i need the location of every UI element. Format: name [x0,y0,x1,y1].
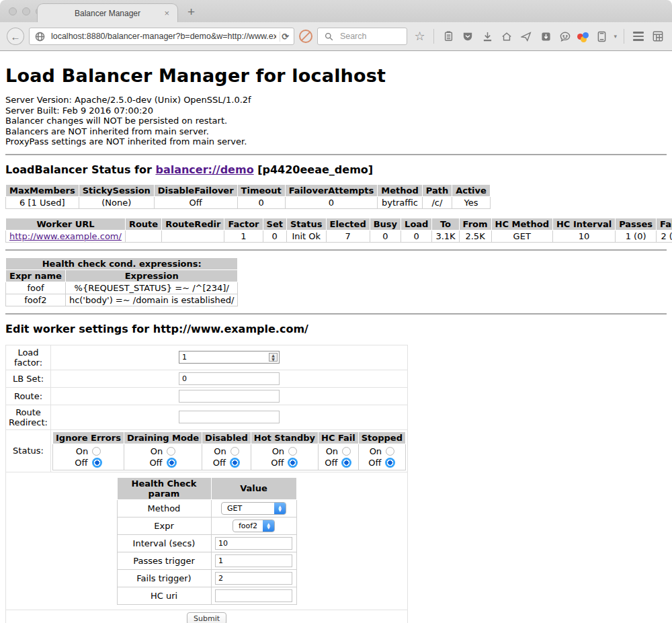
cell-hc-method: GET [491,230,552,242]
url-text[interactable]: localhost:8880/balancer-manager?b=demo&w… [51,32,276,41]
device-sync-icon[interactable] [594,29,609,44]
cell-from: 2.5K [459,230,491,242]
tab-close-icon[interactable]: × [164,8,169,18]
bookmark-star-icon[interactable]: ☆ [412,29,427,44]
radio-stopped-off[interactable] [385,458,395,468]
content-block-icon[interactable] [299,30,312,43]
worker-url-link[interactable]: http://www.example.com/ [9,231,122,241]
download-box-icon[interactable] [538,29,553,44]
route-input[interactable] [179,390,280,403]
table-row: foof %{REQUEST_STATUS} =~ /^[234]/ [6,282,238,294]
table-header-row: MaxMembers StickySession DisableFailover… [6,184,491,196]
col-method: Method [378,184,422,196]
downloads-icon[interactable] [480,29,495,44]
fails-input[interactable] [215,572,292,585]
pocket-icon[interactable] [460,29,475,44]
form-row-route: Route: [6,387,408,405]
clipboard-icon[interactable] [441,29,456,44]
submit-button[interactable]: Submit [187,612,226,623]
radio-hc-fail-off[interactable] [341,458,351,468]
health-check-param-table: Health Check param Value Method GET ▲▼ [117,477,297,605]
col-ignore-errors: Ignore Errors [53,431,124,444]
passes-input[interactable] [215,554,292,567]
hc-passes-row: Passes trigger [117,552,296,569]
window-minimize-button[interactable] [22,7,30,15]
hc-expressions-table: Health check cond. expressions: Expr nam… [5,257,238,306]
cell-status: Init Ok [286,230,326,242]
col-set: Set [263,218,286,230]
hc-uri-row: HC uri [117,587,296,604]
expr-select[interactable]: foof2 ▲▼ [233,520,275,532]
status-table: Ignore Errors Draining Mode Disabled Hot… [52,431,406,470]
on-label: On [272,446,284,457]
table-header-row: Expr name Expression [6,269,238,282]
apps-grid-icon[interactable] [650,29,665,44]
lb-set-input[interactable] [179,372,280,385]
col-busy: Busy [370,218,401,230]
radio-draining-mode-on[interactable] [167,447,175,456]
radio-hot-standby-off[interactable] [288,458,298,468]
load-factor-stepper[interactable]: ▲▼ [179,351,280,364]
col-route: Route [125,218,161,230]
col-hc-method: HC Method [491,218,552,230]
toolbar-separator [433,29,434,44]
cell-factor: 1 [224,230,263,242]
radio-hc-fail-on[interactable] [342,447,351,456]
cell-expr-name: foof2 [6,294,66,306]
status-label: Status: [6,429,51,472]
tab-bar: Balancer Manager × + [0,0,672,22]
col-expression: Expression [65,269,238,282]
off-label: Off [149,457,162,468]
radio-stopped-on[interactable] [386,447,394,456]
chat-smiley-icon[interactable] [558,29,573,44]
stepper-arrows-icon[interactable]: ▲▼ [269,353,278,362]
interval-input[interactable] [215,537,292,550]
lb-set-label: LB Set: [6,370,51,387]
radio-disabled-on[interactable] [230,447,239,456]
cell-failoverattempts: 0 [285,196,378,208]
lb-status-heading-suffix: [p4420eeae_demo] [254,163,374,176]
load-factor-input[interactable] [179,351,280,364]
status-header-row: Ignore Errors Draining Mode Disabled Hot… [53,431,406,444]
persist-warning-line: Balancer changes will NOT be persisted o… [5,116,667,126]
method-select[interactable]: GET ▲▼ [221,502,286,515]
on-label: On [214,446,226,457]
tab-balancer-manager[interactable]: Balancer Manager × [37,3,178,22]
proxypass-warning-line: ProxyPass settings are NOT inherited fro… [5,136,667,147]
tab-title: Balancer Manager [75,9,140,18]
col-stickysession: StickySession [79,184,154,196]
col-hot-standby: Hot Standby [251,431,318,444]
balancer-demo-link[interactable]: balancer://demo [155,163,253,176]
col-from: From [459,218,491,230]
search-placeholder[interactable]: Search [340,32,367,41]
chevron-down-icon[interactable]: ▾ [614,33,617,40]
reload-icon[interactable]: ⟳ [280,32,290,42]
col-load: Load [401,218,432,230]
home-icon[interactable] [499,29,514,44]
col-hc-fail: HC Fail [319,431,359,444]
col-active: Active [452,184,491,196]
radio-hot-standby-on[interactable] [288,447,297,456]
radio-ignore-errors-off[interactable] [92,458,102,468]
search-bar[interactable]: Search [317,28,408,45]
col-draining-mode: Draining Mode [124,431,202,444]
radio-draining-mode-off[interactable] [167,458,177,468]
radio-ignore-errors-on[interactable] [92,447,101,456]
window-close-button[interactable] [9,7,17,15]
back-button[interactable]: ← [7,28,24,45]
send-tab-icon[interactable] [519,29,534,44]
hc-uri-input[interactable] [215,589,292,602]
colored-dots-icon[interactable] [577,31,589,42]
status-radio-row: On Off On Off On Off [53,444,406,470]
cell-hc-interval: 10 [552,230,615,242]
url-bar[interactable]: localhost:8880/balancer-manager?b=demo&w… [29,28,294,45]
col-hc-value: Value [211,477,296,499]
passes-label: Passes trigger [117,552,211,569]
col-timeout: Timeout [237,184,285,196]
radio-disabled-off[interactable] [230,458,240,468]
route-redirect-input[interactable] [179,411,280,423]
menu-icon[interactable] [631,29,646,44]
search-icon [322,29,337,44]
balancers-warning-line: Balancers are NOT inherited from main se… [5,126,667,137]
new-tab-button[interactable]: + [187,5,195,19]
